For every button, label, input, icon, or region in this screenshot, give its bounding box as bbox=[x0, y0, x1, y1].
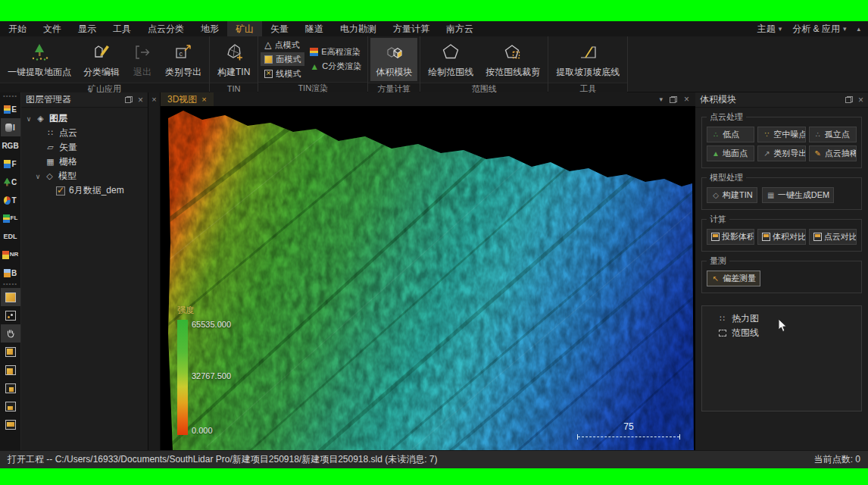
close-icon[interactable]: × bbox=[151, 95, 156, 104]
collapse-ribbon-icon[interactable]: ▴ bbox=[857, 25, 860, 33]
b-mode-button[interactable]: B bbox=[1, 264, 20, 282]
view-cube-side-button[interactable] bbox=[1, 379, 20, 397]
button-label: 类别导出 bbox=[165, 66, 201, 79]
svg-text:c: c bbox=[180, 50, 183, 58]
dice-view-button[interactable] bbox=[1, 306, 20, 324]
low-points-button[interactable]: ∴低点 bbox=[707, 127, 754, 142]
tree-node-dem[interactable]: 6月数据_dem bbox=[21, 183, 148, 198]
expander-icon[interactable]: ∨ bbox=[35, 173, 41, 180]
box-select-tool-button[interactable] bbox=[1, 288, 20, 306]
extract-slope-lines-button[interactable]: 提取坡顶坡底线 bbox=[551, 38, 625, 81]
menu-tools[interactable]: 工具 bbox=[105, 21, 139, 37]
expander-icon[interactable]: ∨ bbox=[26, 115, 32, 123]
line-mode-button[interactable]: 线模式 bbox=[261, 67, 304, 80]
box-select-icon bbox=[5, 293, 16, 302]
class-export-button[interactable]: ↗类别导出 bbox=[757, 146, 805, 161]
tree-points-icon bbox=[29, 40, 50, 64]
analysis-dropdown[interactable]: 分析 & 应用 ▾ bbox=[792, 23, 846, 36]
class-render-button[interactable]: ▲ C分类渲染 bbox=[306, 60, 365, 74]
menu-pointcloud-classify[interactable]: 点云分类 bbox=[139, 21, 192, 37]
intensity-mode-button[interactable]: I bbox=[1, 118, 20, 136]
time-mode-button[interactable]: T bbox=[1, 191, 20, 209]
tree-node-layers[interactable]: ∨ ◈ 图层 bbox=[21, 111, 148, 126]
air-noise-button[interactable]: ∵空中噪点 bbox=[757, 127, 805, 142]
menu-terrain[interactable]: 地形 bbox=[192, 21, 227, 37]
exit-button[interactable]: 退出 bbox=[126, 38, 158, 81]
cursor-measure-icon: ↖ bbox=[711, 274, 720, 283]
close-tab-icon[interactable]: × bbox=[201, 95, 206, 104]
class-export-button[interactable]: c 类别导出 bbox=[160, 38, 207, 81]
pan-tool-button[interactable] bbox=[1, 324, 20, 343]
nr-mode-button[interactable]: NR bbox=[1, 246, 20, 264]
float-panel-icon[interactable] bbox=[125, 96, 133, 103]
menu-tunnel[interactable]: 隧道 bbox=[297, 21, 332, 37]
ribbon-group-tools: 提取坡顶坡底线 工具 bbox=[548, 36, 628, 92]
view-cube-back-button[interactable] bbox=[1, 397, 20, 415]
face-mode-button[interactable]: 面模式 bbox=[261, 52, 304, 66]
generate-dem-button[interactable]: ▦一键生成DEM bbox=[762, 187, 834, 203]
isolated-points-button[interactable]: ∴孤立点 bbox=[809, 127, 857, 142]
tree-node-model[interactable]: ∨ ◇ 模型 bbox=[21, 169, 148, 183]
projection-volume-button[interactable]: 投影体积 bbox=[707, 229, 754, 245]
tree-node-pointcloud[interactable]: ∷ 点云 bbox=[21, 126, 148, 140]
tab-list-dropdown-icon[interactable]: ▾ bbox=[659, 95, 663, 103]
tree-node-raster[interactable]: ▦ 栅格 bbox=[21, 155, 148, 169]
layer-visibility-checkbox[interactable] bbox=[56, 186, 65, 196]
pointcloud-compare-button[interactable]: 点云对比 bbox=[809, 229, 857, 245]
mode-label: B bbox=[11, 269, 17, 277]
menu-start[interactable]: 开始 bbox=[0, 21, 35, 37]
build-tin-button[interactable]: 构建TIN bbox=[212, 38, 255, 81]
drag-handle[interactable]: ••••• bbox=[3, 94, 17, 100]
extract-ground-points-button[interactable]: 一键提取地面点 bbox=[2, 38, 76, 81]
flight-mode-button[interactable]: F bbox=[1, 155, 20, 173]
thin-points-button[interactable]: ✎点云抽稀 bbox=[809, 146, 857, 161]
tab-3d-view[interactable]: 3D视图 × bbox=[161, 92, 214, 106]
classify-edit-button[interactable]: 分类编辑 bbox=[78, 38, 125, 81]
view-cube-top-button[interactable] bbox=[1, 343, 20, 361]
elevation-mode-button[interactable]: E bbox=[1, 100, 20, 118]
button-label: 偏差测量 bbox=[723, 273, 756, 284]
button-label: 线模式 bbox=[276, 68, 301, 80]
menu-vector[interactable]: 矢量 bbox=[262, 21, 297, 37]
view-cube-bottom-button[interactable] bbox=[1, 415, 20, 433]
menu-file[interactable]: 文件 bbox=[35, 21, 70, 37]
deviation-measure-button[interactable]: ↖偏差测量 bbox=[707, 271, 760, 286]
menu-power-survey[interactable]: 电力勘测 bbox=[332, 21, 385, 37]
tree-label: 模型 bbox=[58, 170, 76, 183]
fl-mode-button[interactable]: FL bbox=[1, 209, 20, 227]
cube-face-icon bbox=[5, 402, 16, 411]
close-panel-icon[interactable]: × bbox=[858, 96, 863, 104]
render-canvas[interactable]: 强度 65535.000 32767.500 0.000 75 bbox=[161, 106, 695, 450]
point-mode-button[interactable]: △ 点模式 bbox=[261, 38, 304, 52]
section-title: 模型处理 bbox=[707, 172, 746, 183]
button-label: 分类编辑 bbox=[83, 66, 120, 79]
button-label: 绘制范围线 bbox=[428, 66, 473, 79]
button-label: 构建TIN bbox=[217, 66, 250, 79]
volume-module-button[interactable]: 体积模块 bbox=[370, 38, 417, 81]
ribbon-group-label: TIN渲染 bbox=[258, 82, 367, 93]
edl-mode-button[interactable]: EDL bbox=[1, 227, 20, 246]
draw-boundary-button[interactable]: 绘制范围线 bbox=[423, 38, 479, 81]
elevation-render-button[interactable]: E高程渲染 bbox=[306, 45, 365, 59]
ribbon-group-volume-calc: 体积模块 方量计算 bbox=[368, 36, 420, 92]
menu-south-cloud[interactable]: 南方云 bbox=[438, 21, 482, 37]
button-label: 空中噪点 bbox=[773, 129, 805, 140]
float-panel-icon[interactable] bbox=[845, 96, 853, 103]
menu-display[interactable]: 显示 bbox=[70, 21, 105, 37]
build-tin-button[interactable]: ◇构建TIN bbox=[707, 187, 757, 203]
drag-handle[interactable]: ••••• bbox=[3, 282, 17, 288]
button-label: 点模式 bbox=[275, 39, 300, 51]
rgb-mode-button[interactable]: RGB bbox=[1, 136, 20, 155]
close-view-icon[interactable]: × bbox=[684, 94, 689, 105]
view-cube-front-button[interactable] bbox=[1, 361, 20, 379]
clip-by-boundary-button[interactable]: 按范围线裁剪 bbox=[480, 38, 545, 81]
menu-mining[interactable]: 矿山 bbox=[227, 21, 262, 37]
menu-volume-calc[interactable]: 方量计算 bbox=[385, 21, 438, 37]
volume-compare-button[interactable]: 体积对比 bbox=[757, 229, 805, 245]
ground-points-button[interactable]: ▲地面点 bbox=[707, 146, 754, 161]
theme-dropdown[interactable]: 主题 ▾ bbox=[757, 23, 782, 36]
tree-node-vector[interactable]: ▱ 矢量 bbox=[21, 140, 148, 155]
restore-view-icon[interactable] bbox=[670, 96, 677, 103]
close-panel-icon[interactable]: × bbox=[138, 96, 143, 104]
class-mode-button[interactable]: C bbox=[1, 173, 20, 191]
